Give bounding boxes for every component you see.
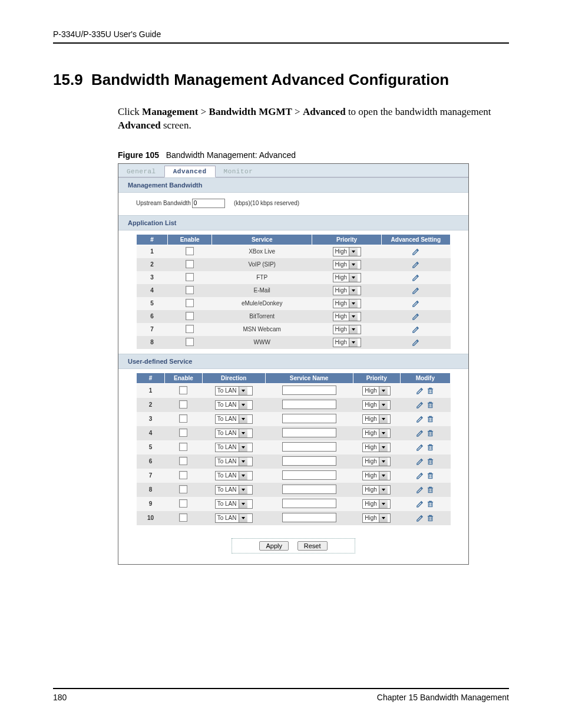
- dropdown[interactable]: High: [362, 400, 391, 410]
- trash-icon[interactable]: [427, 485, 435, 493]
- enable-checkbox[interactable]: [179, 414, 187, 423]
- trash-icon[interactable]: [427, 400, 435, 409]
- dropdown[interactable]: To LAN: [215, 513, 253, 523]
- service-name-input[interactable]: [282, 485, 336, 494]
- chevron-down-icon[interactable]: [239, 415, 247, 423]
- service-name-input[interactable]: [282, 456, 336, 466]
- chevron-down-icon[interactable]: [379, 429, 388, 437]
- enable-checkbox[interactable]: [186, 247, 194, 255]
- chevron-down-icon[interactable]: [239, 514, 247, 522]
- upstream-bandwidth-input[interactable]: [192, 199, 225, 208]
- service-name-input[interactable]: [282, 414, 336, 423]
- enable-checkbox[interactable]: [186, 260, 194, 268]
- chevron-down-icon[interactable]: [379, 500, 388, 508]
- dropdown[interactable]: To LAN: [215, 485, 253, 495]
- edit-icon[interactable]: [416, 386, 424, 394]
- service-name-input[interactable]: [282, 513, 336, 522]
- edit-icon[interactable]: [416, 471, 424, 479]
- service-name-input[interactable]: [282, 400, 336, 409]
- chevron-down-icon[interactable]: [379, 387, 388, 395]
- dropdown[interactable]: High: [362, 499, 391, 509]
- chevron-down-icon[interactable]: [379, 514, 388, 522]
- edit-icon[interactable]: [412, 273, 420, 281]
- enable-checkbox[interactable]: [186, 286, 194, 294]
- trash-icon[interactable]: [427, 457, 435, 465]
- edit-icon[interactable]: [416, 443, 424, 451]
- enable-checkbox[interactable]: [186, 338, 194, 346]
- chevron-down-icon[interactable]: [349, 261, 358, 269]
- dropdown[interactable]: To LAN: [215, 471, 253, 480]
- enable-checkbox[interactable]: [186, 299, 194, 307]
- edit-icon[interactable]: [416, 513, 424, 522]
- dropdown[interactable]: To LAN: [215, 457, 253, 466]
- edit-icon[interactable]: [416, 485, 424, 493]
- chevron-down-icon[interactable]: [349, 299, 358, 308]
- service-name-input[interactable]: [282, 470, 336, 480]
- service-name-input[interactable]: [282, 428, 336, 437]
- chevron-down-icon[interactable]: [379, 415, 388, 423]
- enable-checkbox[interactable]: [179, 400, 187, 409]
- trash-icon[interactable]: [427, 414, 435, 423]
- tab-advanced[interactable]: Advanced: [164, 166, 216, 177]
- trash-icon[interactable]: [427, 386, 435, 394]
- dropdown[interactable]: High: [333, 260, 361, 269]
- edit-icon[interactable]: [412, 286, 420, 294]
- trash-icon[interactable]: [427, 443, 435, 451]
- trash-icon[interactable]: [427, 499, 435, 508]
- chevron-down-icon[interactable]: [239, 457, 247, 466]
- enable-checkbox[interactable]: [179, 499, 187, 508]
- edit-icon[interactable]: [412, 325, 420, 333]
- edit-icon[interactable]: [412, 299, 420, 307]
- chevron-down-icon[interactable]: [239, 472, 247, 480]
- dropdown[interactable]: To LAN: [215, 429, 253, 438]
- chevron-down-icon[interactable]: [239, 387, 247, 395]
- chevron-down-icon[interactable]: [379, 443, 388, 452]
- edit-icon[interactable]: [416, 414, 424, 423]
- dropdown[interactable]: High: [333, 286, 361, 295]
- edit-icon[interactable]: [416, 457, 424, 465]
- dropdown[interactable]: High: [333, 312, 361, 321]
- dropdown[interactable]: To LAN: [215, 400, 253, 410]
- edit-icon[interactable]: [412, 338, 420, 346]
- chevron-down-icon[interactable]: [349, 286, 358, 295]
- trash-icon[interactable]: [427, 471, 435, 479]
- dropdown[interactable]: High: [362, 386, 391, 396]
- edit-icon[interactable]: [412, 247, 420, 255]
- chevron-down-icon[interactable]: [379, 486, 388, 494]
- enable-checkbox[interactable]: [186, 273, 194, 281]
- chevron-down-icon[interactable]: [239, 443, 247, 452]
- chevron-down-icon[interactable]: [239, 486, 247, 494]
- dropdown[interactable]: High: [333, 338, 361, 347]
- dropdown[interactable]: High: [362, 513, 391, 523]
- dropdown[interactable]: High: [333, 325, 361, 334]
- chevron-down-icon[interactable]: [239, 401, 247, 409]
- dropdown[interactable]: High: [362, 429, 391, 438]
- enable-checkbox[interactable]: [186, 312, 194, 320]
- edit-icon[interactable]: [412, 260, 420, 268]
- enable-checkbox[interactable]: [179, 471, 187, 479]
- chevron-down-icon[interactable]: [239, 429, 247, 437]
- edit-icon[interactable]: [416, 499, 424, 508]
- service-name-input[interactable]: [282, 499, 336, 508]
- chevron-down-icon[interactable]: [349, 325, 358, 334]
- edit-icon[interactable]: [412, 312, 420, 320]
- edit-icon[interactable]: [416, 429, 424, 437]
- enable-checkbox[interactable]: [179, 429, 187, 437]
- chevron-down-icon[interactable]: [349, 248, 358, 256]
- chevron-down-icon[interactable]: [379, 472, 388, 480]
- trash-icon[interactable]: [427, 513, 435, 522]
- enable-checkbox[interactable]: [179, 513, 187, 522]
- service-name-input[interactable]: [282, 386, 336, 395]
- enable-checkbox[interactable]: [179, 485, 187, 493]
- dropdown[interactable]: High: [333, 299, 361, 308]
- dropdown[interactable]: High: [362, 471, 391, 480]
- dropdown[interactable]: To LAN: [215, 499, 253, 509]
- service-name-input[interactable]: [282, 442, 336, 452]
- chevron-down-icon[interactable]: [239, 500, 247, 508]
- apply-button[interactable]: Apply: [259, 541, 289, 551]
- trash-icon[interactable]: [427, 429, 435, 437]
- dropdown[interactable]: High: [333, 273, 361, 282]
- chevron-down-icon[interactable]: [379, 401, 388, 409]
- chevron-down-icon[interactable]: [349, 338, 358, 347]
- dropdown[interactable]: High: [362, 457, 391, 466]
